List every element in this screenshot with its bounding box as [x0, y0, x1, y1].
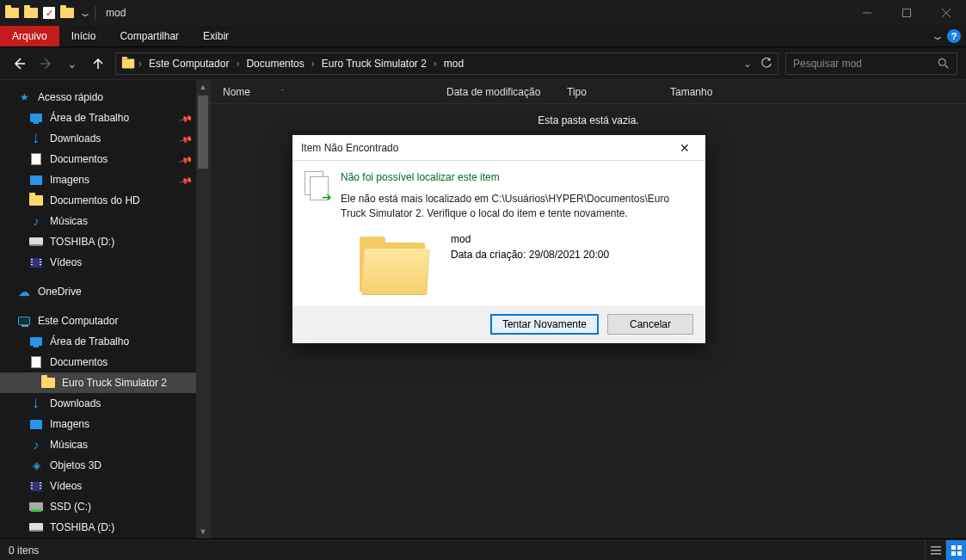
scroll-down-icon[interactable]: ▼ — [196, 525, 210, 538]
music-icon: ♪ — [29, 214, 43, 228]
folder-icon[interactable] — [60, 8, 74, 18]
tab-file[interactable]: Arquivo — [0, 26, 59, 46]
sidebar-item-desktop[interactable]: Área de Trabalho — [0, 331, 210, 352]
refresh-icon[interactable] — [760, 58, 772, 70]
dialog-headline: Não foi possível localizar este item — [341, 171, 693, 183]
dialog-body-text: Ele não está mais localizado em C:\Usuár… — [341, 192, 693, 221]
properties-icon[interactable]: ✓ — [43, 7, 55, 19]
breadcrumb-item[interactable]: Euro Truck Simulator 2 — [318, 56, 430, 71]
sidebar-label: Acesso rápido — [38, 91, 103, 103]
sidebar-label: Vídeos — [50, 256, 82, 268]
col-header-name[interactable]: Nomeˆ — [211, 86, 434, 98]
up-button[interactable] — [88, 53, 108, 74]
status-bar: 0 itens — [0, 539, 966, 560]
drive-icon — [29, 235, 43, 249]
empty-folder-message: Esta pasta está vazia. — [211, 114, 966, 126]
sidebar-item-documents[interactable]: Documentos📌 — [0, 149, 210, 169]
sidebar-item-ssd[interactable]: SSD (C:) — [0, 496, 210, 517]
sidebar-item-this-pc[interactable]: Este Computador — [0, 311, 210, 331]
sort-caret-icon: ˆ — [281, 88, 284, 95]
col-header-type[interactable]: Tipo — [555, 86, 658, 98]
close-button[interactable] — [926, 0, 966, 26]
video-icon — [29, 255, 43, 269]
sidebar-item-music[interactable]: ♪Músicas — [0, 211, 210, 231]
view-details-button[interactable] — [925, 540, 945, 561]
sidebar-item-docs-hd[interactable]: Documentos do HD — [0, 190, 210, 211]
help-icon[interactable]: ? — [947, 29, 961, 43]
window-title: mod — [106, 7, 126, 19]
sidebar-label: Documentos — [50, 153, 108, 165]
sidebar-label: Área de Trabalho — [50, 112, 129, 124]
sidebar-item-downloads[interactable]: ⭣Downloads — [0, 393, 210, 414]
sidebar-label: Área de Trabalho — [50, 335, 129, 348]
sidebar-label: Este Computador — [38, 315, 118, 327]
search-icon — [938, 58, 950, 70]
sidebar-scrollbar[interactable]: ▲ ▼ — [196, 80, 210, 538]
pin-icon: 📌 — [179, 132, 193, 145]
search-input[interactable]: Pesquisar mod — [785, 52, 957, 75]
sidebar-item-toshiba[interactable]: TOSHIBA (D:) — [0, 231, 210, 252]
document-icon — [29, 152, 43, 166]
view-large-icons-button[interactable] — [945, 540, 966, 561]
column-headers: Nomeˆ Data de modificação Tipo Tamanho — [211, 80, 966, 104]
ribbon-collapse-icon[interactable]: ⌄ — [931, 30, 944, 42]
sidebar-item-videos[interactable]: Vídeos — [0, 252, 210, 273]
retry-button[interactable]: Tentar Novamente — [490, 314, 599, 335]
breadcrumb-item[interactable]: Este Computador — [145, 56, 232, 71]
breadcrumb-item[interactable]: mod — [440, 56, 467, 71]
forward-button[interactable] — [36, 53, 57, 74]
tab-share[interactable]: Compartilhar — [108, 26, 191, 46]
sidebar-item-3d-objects[interactable]: ◈Objetos 3D — [0, 455, 210, 476]
status-item-count: 0 itens — [9, 545, 39, 557]
chevron-right-icon: › — [434, 58, 437, 70]
scroll-up-icon[interactable]: ▲ — [196, 80, 210, 94]
chevron-right-icon: › — [311, 58, 315, 70]
sidebar-item-toshiba[interactable]: TOSHIBA (D:) — [0, 517, 210, 538]
svg-rect-7 — [931, 550, 941, 551]
scroll-thumb[interactable] — [198, 95, 208, 169]
sidebar-label: TOSHIBA (D:) — [50, 236, 114, 248]
col-label: Nome — [223, 86, 250, 98]
chevron-down-icon[interactable]: ⌄ — [78, 7, 92, 19]
dialog-titlebar: Item Não Encontrado ✕ — [292, 135, 705, 161]
sidebar-item-quick-access[interactable]: ★Acesso rápido — [0, 87, 210, 108]
video-icon — [29, 479, 43, 493]
sidebar-item-ets2[interactable]: Euro Truck Simulator 2 — [0, 372, 210, 393]
svg-rect-8 — [931, 553, 941, 555]
col-header-date[interactable]: Data de modificação — [434, 86, 555, 98]
sidebar-item-downloads[interactable]: ⭣Downloads📌 — [0, 128, 210, 149]
folder-icon — [41, 376, 55, 390]
sidebar-label: Músicas — [50, 215, 88, 227]
tab-home[interactable]: Início — [59, 26, 108, 46]
sidebar-item-images[interactable]: Imagens📌 — [0, 169, 210, 190]
sidebar-item-desktop[interactable]: Área de Trabalho📌 — [0, 108, 210, 128]
breadcrumb-item[interactable]: Documentos — [243, 56, 307, 71]
col-header-size[interactable]: Tamanho — [658, 86, 744, 98]
document-icon — [29, 355, 43, 369]
cancel-button[interactable]: Cancelar — [607, 314, 693, 335]
folder-icon[interactable] — [5, 8, 19, 18]
chevron-right-icon: › — [236, 58, 239, 70]
back-button[interactable] — [9, 53, 29, 74]
recent-locations-button[interactable]: ⌄ — [64, 53, 81, 74]
pin-icon: 📌 — [179, 173, 193, 187]
sidebar-item-onedrive[interactable]: ☁OneDrive — [0, 281, 210, 302]
tab-view[interactable]: Exibir — [191, 26, 241, 46]
chevron-right-icon: › — [138, 58, 142, 70]
sidebar-item-images[interactable]: Imagens — [0, 414, 210, 434]
pin-icon: 📌 — [179, 152, 193, 166]
sidebar-item-documents[interactable]: Documentos — [0, 352, 210, 372]
dialog-close-button[interactable]: ✕ — [673, 138, 697, 158]
download-icon: ⭣ — [29, 132, 43, 145]
sidebar-label: Músicas — [50, 439, 88, 451]
dialog-title: Item Não Encontrado — [301, 142, 398, 154]
sidebar-item-music[interactable]: ♪Músicas — [0, 434, 210, 455]
chevron-down-icon[interactable]: ⌄ — [743, 58, 752, 70]
divider — [95, 6, 95, 20]
error-dialog: Item Não Encontrado ✕ ➔ Não foi possível… — [292, 135, 705, 343]
minimize-button[interactable] — [847, 0, 887, 26]
sidebar-item-videos[interactable]: Vídeos — [0, 476, 210, 496]
folder-icon[interactable] — [24, 8, 38, 18]
address-bar[interactable]: › Este Computador › Documentos › Euro Tr… — [115, 52, 778, 75]
maximize-button[interactable] — [887, 0, 926, 26]
